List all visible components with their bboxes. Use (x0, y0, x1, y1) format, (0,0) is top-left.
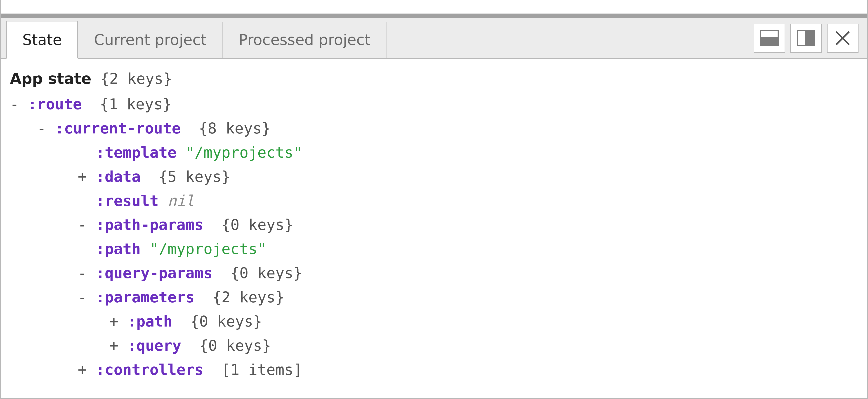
tree-row-path-params[interactable]: - :path-params {0 keys} (10, 213, 858, 237)
dock-bottom-icon (760, 30, 779, 46)
tab-processed-project[interactable]: Processed project (223, 22, 386, 58)
tree-key: :controllers (96, 361, 204, 378)
tab-current-project[interactable]: Current project (78, 22, 223, 58)
tree-key: :path-params (96, 216, 204, 233)
tree-key: :data (96, 168, 141, 186)
tree-value: nil (167, 192, 194, 209)
panel-root: State Current project Processed project (0, 0, 868, 399)
tree-row-route[interactable]: - :route {1 keys} (10, 92, 858, 117)
tree-row-current-route[interactable]: - :current-route {8 keys} (10, 117, 858, 141)
tab-label: State (22, 31, 62, 48)
tree-key: :query (127, 337, 181, 354)
tab-label: Processed project (239, 31, 370, 48)
tree-summary: {0 keys} (230, 264, 303, 282)
panel-controls (754, 18, 867, 58)
tree-row-query-params[interactable]: - :query-params {0 keys} (10, 261, 858, 286)
tree-key: :query-params (96, 264, 213, 282)
tree-row-data[interactable]: + :data {5 keys} (10, 165, 858, 189)
dock-bottom-button[interactable] (754, 24, 785, 53)
tree-key: :template (96, 144, 177, 161)
tree-value: "/myprojects" (150, 240, 267, 258)
tab-state[interactable]: State (6, 21, 78, 59)
toggle-icon[interactable]: + (110, 309, 119, 334)
tree-summary: {2 keys} (213, 289, 284, 306)
dock-right-button[interactable] (790, 24, 822, 53)
tree-row-result[interactable]: :result nil (10, 189, 858, 213)
root-label: App state (10, 70, 91, 88)
tree-key: :path (127, 313, 172, 330)
toggle-icon[interactable]: - (37, 117, 46, 141)
tab-label: Current project (94, 31, 207, 48)
tree-value: "/myprojects" (186, 144, 303, 161)
top-divider (1, 13, 867, 18)
tree-row-template[interactable]: :template "/myprojects" (10, 141, 858, 165)
toggle-icon[interactable]: - (78, 213, 87, 237)
close-icon (834, 29, 852, 47)
tree-summary: {5 keys} (159, 168, 230, 186)
toggle-icon[interactable]: + (78, 165, 87, 189)
tree-row-parameters[interactable]: - :parameters {2 keys} (10, 286, 858, 309)
tree-root-title: App state {2 keys} (10, 67, 858, 91)
tree-key: :path (96, 240, 141, 258)
close-button[interactable] (827, 24, 859, 53)
tree-row-path[interactable]: :path "/myprojects" (10, 237, 858, 261)
tree-key: :route (28, 96, 82, 113)
tree-row-param-query[interactable]: + :query {0 keys} (10, 334, 858, 358)
tree-row-param-path[interactable]: + :path {0 keys} (10, 309, 858, 334)
tree-summary: {0 keys} (221, 216, 293, 233)
top-gap (1, 0, 867, 13)
toggle-icon[interactable]: - (78, 261, 87, 286)
tree-key: :result (96, 192, 158, 209)
tree-view: App state {2 keys} - :route {1 keys} - :… (1, 59, 867, 398)
tabbar-spacer (386, 18, 754, 58)
toggle-icon[interactable]: - (78, 286, 87, 309)
tree-key: :current-route (55, 120, 181, 137)
toggle-icon[interactable]: + (78, 358, 87, 382)
tree-summary: {0 keys} (190, 313, 262, 330)
tree-summary: [1 items] (221, 361, 303, 378)
tree-summary: {1 keys} (100, 96, 172, 113)
tree-summary: {8 keys} (199, 120, 271, 137)
dock-right-icon (797, 30, 815, 46)
tree-key: :parameters (96, 289, 194, 306)
tabbar: State Current project Processed project (1, 18, 867, 59)
toggle-icon[interactable]: - (10, 92, 19, 117)
tree-row-controllers[interactable]: + :controllers [1 items] (10, 358, 858, 382)
toggle-icon[interactable]: + (110, 334, 119, 358)
root-summary: {2 keys} (100, 70, 172, 88)
tree-summary: {0 keys} (199, 337, 271, 354)
